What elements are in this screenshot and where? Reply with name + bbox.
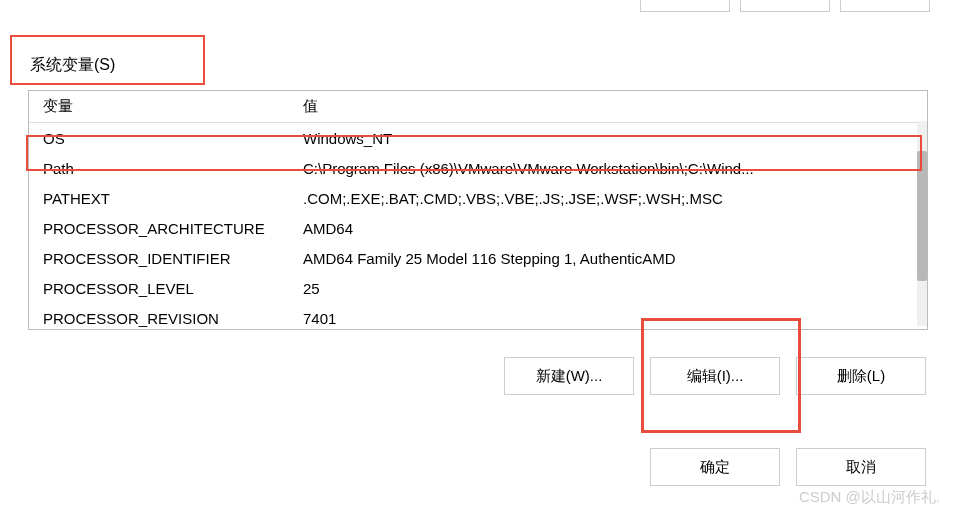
cell-variable: PROCESSOR_LEVEL (29, 280, 299, 297)
table-body[interactable]: OS Windows_NT Path C:\Program Files (x86… (29, 123, 927, 328)
action-button-row: 新建(W)... 编辑(I)... 删除(L) (504, 357, 926, 395)
cancel-button[interactable]: 取消 (796, 448, 926, 486)
ghost-button[interactable] (640, 0, 730, 12)
delete-button[interactable]: 删除(L) (796, 357, 926, 395)
table-header: 变量 值 (29, 91, 927, 123)
cell-variable: PROCESSOR_ARCHITECTURE (29, 220, 299, 237)
cell-variable: OS (29, 130, 299, 147)
table-row[interactable]: PROCESSOR_IDENTIFIER AMD64 Family 25 Mod… (29, 243, 927, 273)
cell-variable: PROCESSOR_IDENTIFIER (29, 250, 299, 267)
dialog-button-row: 确定 取消 (650, 448, 926, 486)
cell-value: AMD64 Family 25 Model 116 Stepping 1, Au… (299, 250, 927, 267)
new-button[interactable]: 新建(W)... (504, 357, 634, 395)
cell-value: 7401 (299, 310, 927, 327)
header-variable[interactable]: 变量 (29, 97, 299, 116)
table-row[interactable]: PROCESSOR_LEVEL 25 (29, 273, 927, 303)
system-variables-label: 系统变量(S) (30, 55, 115, 76)
ok-button[interactable]: 确定 (650, 448, 780, 486)
cell-variable: Path (29, 160, 299, 177)
watermark: CSDN @以山河作礼. (799, 488, 940, 507)
header-value[interactable]: 值 (299, 97, 927, 116)
edit-button[interactable]: 编辑(I)... (650, 357, 780, 395)
ghost-button[interactable] (740, 0, 830, 12)
table-row[interactable]: OS Windows_NT (29, 123, 927, 153)
top-button-row (640, 0, 930, 12)
ghost-button[interactable] (840, 0, 930, 12)
cell-value: 25 (299, 280, 927, 297)
table-row[interactable]: PROCESSOR_ARCHITECTURE AMD64 (29, 213, 927, 243)
cell-variable: PATHEXT (29, 190, 299, 207)
cell-value: Windows_NT (299, 130, 927, 147)
table-row[interactable]: PATHEXT .COM;.EXE;.BAT;.CMD;.VBS;.VBE;.J… (29, 183, 927, 213)
cell-variable: PROCESSOR_REVISION (29, 310, 299, 327)
scrollbar-thumb[interactable] (917, 151, 927, 281)
table-row[interactable]: Path C:\Program Files (x86)\VMware\VMwar… (29, 153, 927, 183)
system-variables-table[interactable]: 变量 值 OS Windows_NT Path C:\Program Files… (28, 90, 928, 330)
cell-value: AMD64 (299, 220, 927, 237)
scrollbar-track[interactable] (917, 121, 927, 326)
cell-value: .COM;.EXE;.BAT;.CMD;.VBS;.VBE;.JS;.JSE;.… (299, 190, 927, 207)
table-row[interactable]: PROCESSOR_REVISION 7401 (29, 303, 927, 328)
cell-value: C:\Program Files (x86)\VMware\VMware Wor… (299, 160, 927, 177)
